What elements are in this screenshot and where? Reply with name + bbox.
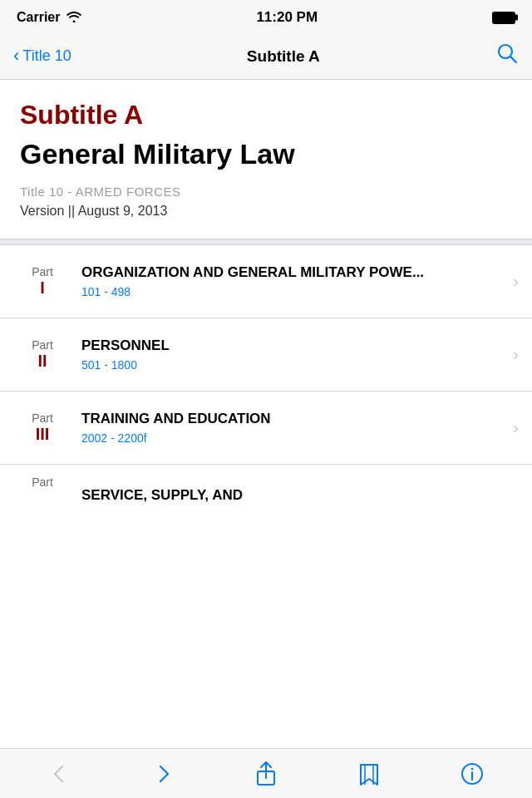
back-label: Title 10 bbox=[22, 47, 71, 65]
part-numeral-2: II bbox=[13, 352, 71, 369]
list-item[interactable]: Part II PERSONNEL 501 - 1800 › bbox=[0, 318, 532, 392]
section-divider bbox=[0, 239, 532, 245]
subtitle-label: Subtitle A bbox=[20, 100, 512, 131]
version-info: Version || August 9, 2013 bbox=[20, 204, 512, 219]
bookmark-icon bbox=[357, 761, 382, 786]
item-content-3: TRAINING AND EDUCATION 2002 - 2200f bbox=[71, 400, 513, 455]
item-title-1: ORGANIZATION AND GENERAL MILITARY POWE..… bbox=[81, 264, 506, 282]
nav-bar: ‹ Title 10 Subtitle A bbox=[0, 33, 532, 80]
part-word-3: Part bbox=[13, 412, 71, 424]
item-title-4: SERVICE, SUPPLY, AND bbox=[81, 486, 512, 505]
item-title-3: TRAINING AND EDUCATION bbox=[81, 410, 506, 428]
parts-list: Part I ORGANIZATION AND GENERAL MILITARY… bbox=[0, 245, 532, 518]
battery-icon bbox=[492, 12, 515, 24]
item-content-1: ORGANIZATION AND GENERAL MILITARY POWE..… bbox=[71, 254, 513, 308]
part-label-3: Part III bbox=[13, 412, 71, 442]
svg-point-7 bbox=[471, 767, 474, 770]
svg-point-0 bbox=[499, 45, 512, 58]
back-nav-icon bbox=[49, 763, 71, 785]
status-bar: Carrier 11:20 PM bbox=[0, 0, 532, 33]
part-word-4: Part bbox=[13, 476, 71, 488]
part-numeral-3: III bbox=[13, 426, 71, 442]
list-item[interactable]: Part III TRAINING AND EDUCATION 2002 - 2… bbox=[0, 392, 532, 465]
back-button[interactable]: ‹ Title 10 bbox=[13, 47, 71, 65]
list-item-partial[interactable]: Part SERVICE, SUPPLY, AND bbox=[0, 465, 532, 518]
bookmark-button[interactable] bbox=[348, 756, 390, 792]
item-content-4: SERVICE, SUPPLY, AND bbox=[71, 476, 519, 518]
part-label-4: Part bbox=[13, 476, 71, 490]
back-chevron-icon: ‹ bbox=[13, 47, 19, 65]
chevron-right-icon-3: › bbox=[513, 418, 519, 437]
forward-nav-icon bbox=[152, 763, 174, 785]
content-area: Subtitle A General Military Law Title 10… bbox=[0, 80, 532, 518]
main-title: General Military Law bbox=[20, 137, 512, 171]
sub-info: Title 10 - ARMED FORCES bbox=[20, 185, 512, 199]
part-word-2: Part bbox=[13, 339, 71, 351]
info-icon bbox=[461, 762, 484, 786]
share-icon bbox=[254, 761, 278, 786]
item-range-2: 501 - 1800 bbox=[81, 358, 506, 372]
item-content-2: PERSONNEL 501 - 1800 bbox=[71, 327, 513, 382]
header-section: Subtitle A General Military Law Title 10… bbox=[0, 80, 532, 239]
part-word-1: Part bbox=[13, 266, 71, 278]
wifi-icon bbox=[66, 11, 81, 25]
svg-line-1 bbox=[511, 57, 517, 63]
item-range-1: 101 - 498 bbox=[81, 285, 506, 298]
chevron-right-icon-2: › bbox=[513, 345, 519, 364]
item-title-2: PERSONNEL bbox=[81, 337, 506, 355]
bottom-toolbar bbox=[0, 748, 532, 798]
carrier-text: Carrier bbox=[17, 10, 60, 25]
status-time: 11:20 PM bbox=[256, 9, 318, 26]
nav-title: Subtitle A bbox=[247, 47, 320, 66]
back-nav-button[interactable] bbox=[39, 756, 81, 792]
list-item[interactable]: Part I ORGANIZATION AND GENERAL MILITARY… bbox=[0, 245, 532, 318]
item-range-3: 2002 - 2200f bbox=[81, 431, 506, 445]
part-label-1: Part I bbox=[13, 266, 71, 296]
search-icon bbox=[495, 42, 519, 65]
chevron-right-icon-1: › bbox=[513, 272, 519, 291]
info-button[interactable] bbox=[451, 756, 493, 792]
part-label-2: Part II bbox=[13, 339, 71, 369]
forward-nav-button[interactable] bbox=[142, 756, 184, 792]
status-carrier: Carrier bbox=[17, 10, 81, 25]
search-button[interactable] bbox=[495, 42, 519, 71]
share-button[interactable] bbox=[245, 756, 287, 792]
part-numeral-1: I bbox=[13, 279, 71, 296]
status-battery bbox=[492, 12, 515, 24]
